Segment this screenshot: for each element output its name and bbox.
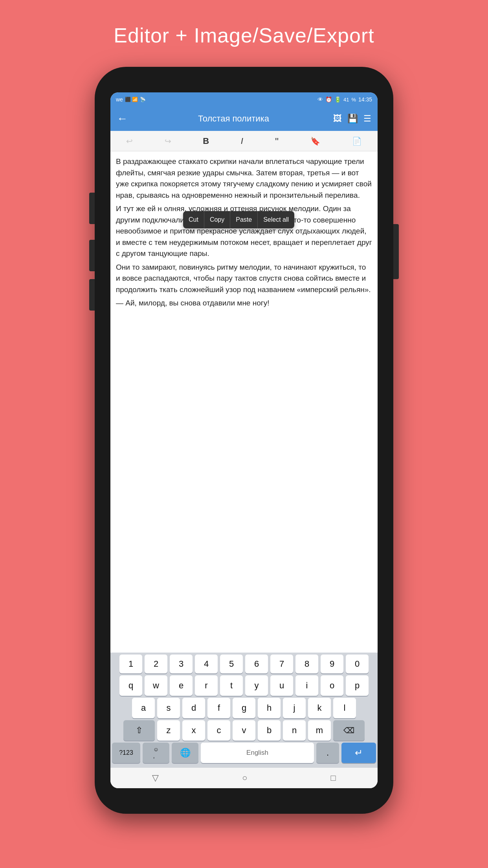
- status-right: 👁 ⏰ 🔋 41% 14:35: [317, 96, 372, 103]
- eye-icon: 👁: [317, 96, 323, 103]
- key-c[interactable]: c: [207, 720, 230, 741]
- asdf-row: a s d f g h j k l: [110, 696, 378, 718]
- file-button[interactable]: 📄: [348, 134, 366, 148]
- context-menu: Cut Copy Paste Select all: [183, 211, 294, 228]
- paragraph-3: Они то замирают, повинуясь ритму мелодии…: [116, 262, 372, 296]
- key-k[interactable]: k: [308, 698, 331, 718]
- status-bar: we ⬛ 📶 📡 👁 ⏰ 🔋 41% 14:35: [110, 92, 378, 107]
- key-5[interactable]: 5: [220, 655, 243, 673]
- redo-button[interactable]: ↪: [161, 134, 175, 148]
- context-select-all[interactable]: Select all: [258, 211, 294, 228]
- menu-icon[interactable]: ☰: [363, 114, 371, 124]
- number-row: 1 2 3 4 5 6 7 8 9 0: [110, 653, 378, 673]
- key-z[interactable]: z: [157, 720, 180, 741]
- emoji-key[interactable]: ☺,: [143, 743, 169, 763]
- key-3[interactable]: 3: [170, 655, 193, 673]
- key-t[interactable]: t: [220, 675, 243, 696]
- key-v[interactable]: v: [233, 720, 255, 741]
- context-copy[interactable]: Copy: [204, 211, 230, 228]
- nav-home-button[interactable]: ○: [242, 773, 247, 783]
- key-w[interactable]: w: [145, 675, 167, 696]
- key-h[interactable]: h: [258, 698, 281, 718]
- back-button[interactable]: ←: [117, 112, 128, 125]
- phone-screen: we ⬛ 📶 📡 👁 ⏰ 🔋 41% 14:35 ← Толстая полит…: [110, 92, 378, 788]
- key-j[interactable]: j: [283, 698, 306, 718]
- paragraph-4: — Ай, милорд, вы снова отдавили мне ногу…: [116, 298, 372, 309]
- undo-button[interactable]: ↩: [122, 134, 137, 148]
- key-n[interactable]: n: [283, 720, 306, 741]
- qwerty-row: q w e r t y u i o p: [110, 673, 378, 696]
- toolbar-title: Толстая политика: [134, 114, 333, 124]
- return-key[interactable]: ↵: [341, 743, 376, 763]
- globe-key[interactable]: 🌐: [172, 743, 198, 763]
- italic-button[interactable]: I: [237, 134, 247, 149]
- bold-button[interactable]: B: [199, 134, 213, 149]
- bookmark-button[interactable]: 🔖: [306, 134, 324, 148]
- key-i[interactable]: i: [295, 675, 318, 696]
- key-d[interactable]: d: [182, 698, 205, 718]
- quote-button[interactable]: ": [271, 134, 283, 149]
- key-7[interactable]: 7: [270, 655, 293, 673]
- time-display: 14:35: [358, 96, 372, 103]
- wifi-icon: 📡: [140, 97, 146, 102]
- key-b[interactable]: b: [258, 720, 281, 741]
- carrier-text: we: [116, 96, 123, 103]
- space-key[interactable]: English: [201, 743, 314, 763]
- key-a[interactable]: a: [132, 698, 155, 718]
- backspace-key[interactable]: ⌫: [333, 720, 365, 741]
- key-o[interactable]: o: [321, 675, 343, 696]
- key-1[interactable]: 1: [119, 655, 142, 673]
- key-s[interactable]: s: [157, 698, 180, 718]
- key-f[interactable]: f: [207, 698, 230, 718]
- context-paste[interactable]: Paste: [230, 211, 258, 228]
- phone-shell: we ⬛ 📶 📡 👁 ⏰ 🔋 41% 14:35 ← Толстая полит…: [95, 67, 393, 814]
- key-r[interactable]: r: [195, 675, 218, 696]
- key-u[interactable]: u: [270, 675, 293, 696]
- toolbar-icons: 🖼 💾 ☰: [333, 114, 371, 124]
- key-9[interactable]: 9: [321, 655, 343, 673]
- paragraph-1: В раздражающее стаккато скрипки начали в…: [116, 156, 372, 201]
- key-p[interactable]: p: [346, 675, 369, 696]
- alarm-icon: ⏰: [325, 96, 332, 103]
- battery-icon: 🔋: [334, 96, 341, 103]
- page-header: Editor + Image/Save/Export: [114, 24, 374, 47]
- keyboard: 1 2 3 4 5 6 7 8 9 0 q w e r t y u i: [110, 653, 378, 768]
- text-content[interactable]: Cut Copy Paste Select all В раздражающее…: [110, 151, 378, 653]
- key-2[interactable]: 2: [145, 655, 167, 673]
- zxcv-row: ⇧ z x c v b n m ⌫: [110, 718, 378, 741]
- image-icon[interactable]: 🖼: [333, 114, 342, 124]
- status-left: we ⬛ 📶 📡: [116, 96, 146, 103]
- key-g[interactable]: g: [233, 698, 255, 718]
- key-y[interactable]: y: [245, 675, 268, 696]
- nav-recent-button[interactable]: □: [331, 773, 336, 783]
- key-4[interactable]: 4: [195, 655, 218, 673]
- battery-level: 41: [343, 97, 349, 103]
- nav-back-button[interactable]: ▽: [152, 773, 159, 783]
- key-x[interactable]: x: [182, 720, 205, 741]
- key-m[interactable]: m: [308, 720, 331, 741]
- bottom-nav: ▽ ○ □: [110, 768, 378, 788]
- format-bar: ↩ ↪ B I " 🔖 📄: [110, 131, 378, 151]
- dot-key[interactable]: .: [316, 743, 339, 763]
- key-q[interactable]: q: [119, 675, 142, 696]
- num-switch-key[interactable]: ?123: [112, 743, 140, 763]
- context-cut[interactable]: Cut: [183, 211, 204, 228]
- key-6[interactable]: 6: [245, 655, 268, 673]
- key-l[interactable]: l: [333, 698, 356, 718]
- signal-icon: ⬛ 📶: [125, 97, 138, 102]
- key-0[interactable]: 0: [346, 655, 369, 673]
- shift-key[interactable]: ⇧: [123, 720, 155, 741]
- bottom-keyboard-row: ?123 ☺, 🌐 English . ↵: [110, 741, 378, 768]
- key-8[interactable]: 8: [295, 655, 318, 673]
- app-toolbar: ← Толстая политика 🖼 💾 ☰: [110, 107, 378, 131]
- key-e[interactable]: e: [170, 675, 193, 696]
- save-icon[interactable]: 💾: [347, 114, 358, 124]
